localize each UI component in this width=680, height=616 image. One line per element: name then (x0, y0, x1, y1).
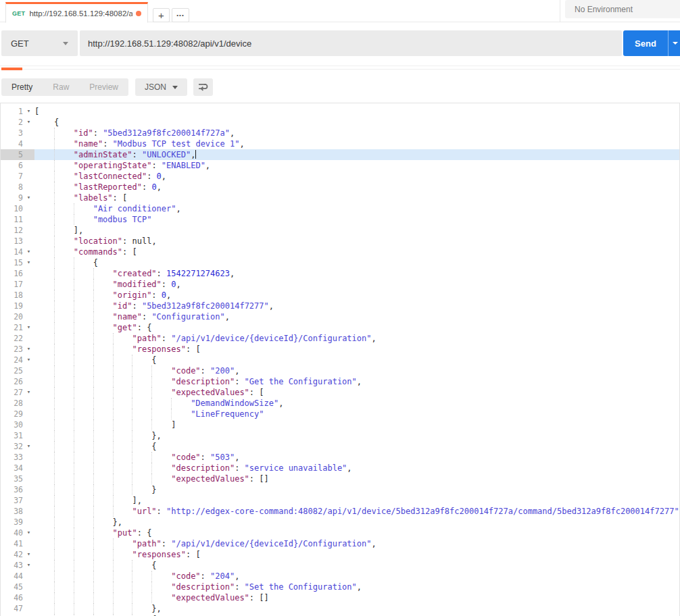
fold-spacer (23, 290, 34, 301)
code-line[interactable]: 21▾"get": { (1, 322, 679, 333)
code-line[interactable]: 25"code": "200", (1, 365, 679, 376)
code-line[interactable]: 20"name": "Configuration", (1, 311, 679, 322)
code-line[interactable]: 24▾{ (1, 355, 679, 365)
code-editor[interactable]: 1▾[2▾{3"id": "5bed312a9f8fc200014f727a",… (0, 103, 680, 616)
token-p: : (201, 453, 210, 462)
code-line[interactable]: 3"id": "5bed312a9f8fc200014f727a", (1, 128, 679, 138)
fold-arrow-icon[interactable]: ▾ (23, 560, 34, 571)
fold-arrow-icon[interactable]: ▾ (23, 117, 34, 128)
view-pretty-button[interactable]: Pretty (1, 78, 43, 96)
code-line[interactable]: 38"url": "http://edgex-core-command:4808… (1, 506, 679, 517)
code-line[interactable]: 27▾"expectedValues": [ (1, 387, 679, 398)
line-number: 22 (1, 333, 23, 344)
gutter: 45 (1, 582, 34, 592)
token-p: , (230, 269, 235, 278)
code-line[interactable]: 47}, (1, 603, 679, 614)
indent-guide (74, 333, 93, 344)
fold-arrow-icon[interactable]: ▾ (23, 322, 34, 333)
fold-spacer (23, 452, 34, 463)
fold-arrow-icon[interactable]: ▾ (23, 192, 34, 203)
code-line[interactable]: 40▾"put": { (1, 528, 679, 538)
indent-guide (54, 452, 74, 463)
code-line[interactable]: 1▾[ (1, 106, 679, 117)
code-line[interactable]: 15▾{ (1, 257, 679, 268)
token-n: 1542271274623 (166, 269, 230, 278)
send-options-button[interactable] (668, 30, 680, 56)
code-line[interactable]: 45"description": "Set the Configuration"… (1, 582, 679, 592)
code-line[interactable]: 13"location": null, (1, 236, 679, 247)
code-line[interactable]: 43▾{ (1, 560, 679, 571)
code-text: "origin": 0, (34, 290, 679, 301)
code-line[interactable]: 16"created": 1542271274623, (1, 268, 679, 279)
fold-arrow-icon[interactable]: ▾ (23, 257, 34, 268)
code-line[interactable]: 31}, (1, 430, 679, 441)
indent-guide (151, 409, 171, 419)
token-s: "/api/v1/device/{deviceId}/Configuration… (171, 334, 371, 343)
view-raw-button[interactable]: Raw (43, 78, 79, 96)
indent-guide (54, 398, 74, 409)
code-line[interactable]: 9▾"labels": [ (1, 192, 679, 203)
code-line[interactable]: 36} (1, 484, 679, 495)
code-line[interactable]: 2▾{ (1, 117, 679, 128)
code-line[interactable]: 44"code": "204", (1, 571, 679, 582)
request-tab[interactable]: GET http://192.168.51.129:48082/api/ (5, 2, 148, 23)
fold-arrow-icon[interactable]: ▾ (23, 106, 34, 117)
fold-arrow-icon[interactable]: ▾ (23, 441, 34, 452)
method-dropdown[interactable]: GET (1, 30, 78, 56)
code-line[interactable]: 7"lastConnected": 0, (1, 171, 679, 182)
url-input[interactable] (80, 30, 622, 56)
token-p: : (235, 377, 244, 386)
code-line[interactable]: 35"expectedValues": [] (1, 473, 679, 484)
fold-arrow-icon[interactable]: ▾ (23, 549, 34, 560)
indent-guide (54, 149, 74, 160)
code-line[interactable]: 19"id": "5bed312a9f8fc200014f7277", (1, 301, 679, 311)
fold-spacer (23, 311, 34, 322)
send-button[interactable]: Send (623, 30, 668, 56)
fold-arrow-icon[interactable]: ▾ (23, 528, 34, 538)
code-line[interactable]: 4"name": "Modbus TCP test device 1", (1, 138, 679, 149)
fold-arrow-icon[interactable]: ▾ (23, 344, 34, 355)
code-line[interactable]: 39}, (1, 517, 679, 528)
fold-arrow-icon[interactable]: ▾ (23, 355, 34, 365)
indent-guide (132, 484, 151, 495)
code-line[interactable]: 17"modified": 0, (1, 279, 679, 290)
indent-guide (93, 495, 113, 506)
code-line[interactable]: 14▾"commands": [ (1, 247, 679, 257)
code-line[interactable]: 10"Air conditioner", (1, 203, 679, 214)
code-line[interactable]: 42▾"responses": [ (1, 549, 679, 560)
code-line[interactable]: 32▾{ (1, 441, 679, 452)
tab-options-button[interactable]: ••• (172, 8, 189, 22)
token-s: "DemandWindowSize" (191, 399, 278, 408)
code-line[interactable]: 33"code": "503", (1, 452, 679, 463)
code-line[interactable]: 41"path": "/api/v1/device/{deviceId}/Con… (1, 538, 679, 549)
token-s: "LineFrequency" (191, 409, 264, 419)
code-line[interactable]: 28"DemandWindowSize", (1, 398, 679, 409)
indent-guide (93, 355, 113, 365)
fold-arrow-icon[interactable]: ▾ (23, 247, 34, 257)
wrap-text-button[interactable] (193, 78, 213, 96)
code-line[interactable]: 11"modbus TCP" (1, 214, 679, 225)
environment-selector[interactable]: No Environment (565, 0, 680, 18)
indent-guide (54, 182, 74, 192)
view-preview-button[interactable]: Preview (79, 78, 128, 96)
code-line[interactable]: 6"operatingState": "ENABLED", (1, 160, 679, 171)
code-line[interactable]: 18"origin": 0, (1, 290, 679, 301)
indent-guide (54, 484, 74, 495)
code-line[interactable]: 46"expectedValues": [] (1, 592, 679, 603)
indent-guide (113, 333, 132, 344)
code-line[interactable]: 26"description": "Get the Configuration"… (1, 376, 679, 387)
indent-guide (93, 376, 113, 387)
new-tab-button[interactable]: + (153, 8, 170, 22)
code-line[interactable]: 12], (1, 225, 679, 236)
code-line[interactable]: 30] (1, 419, 679, 430)
code-line[interactable]: 37], (1, 495, 679, 506)
fold-arrow-icon[interactable]: ▾ (23, 387, 34, 398)
code-line[interactable]: 29"LineFrequency" (1, 409, 679, 419)
format-dropdown[interactable]: JSON (135, 78, 187, 96)
code-line[interactable]: 8"lastReported": 0, (1, 182, 679, 192)
code-line[interactable]: 34"description": "service unavailable", (1, 463, 679, 473)
code-line[interactable]: 22"path": "/api/v1/device/{deviceId}/Con… (1, 333, 679, 344)
line-number: 27 (1, 387, 23, 398)
code-line[interactable]: 23▾"responses": [ (1, 344, 679, 355)
code-line[interactable]: 5"adminState": "UNLOCKED", (1, 149, 679, 160)
